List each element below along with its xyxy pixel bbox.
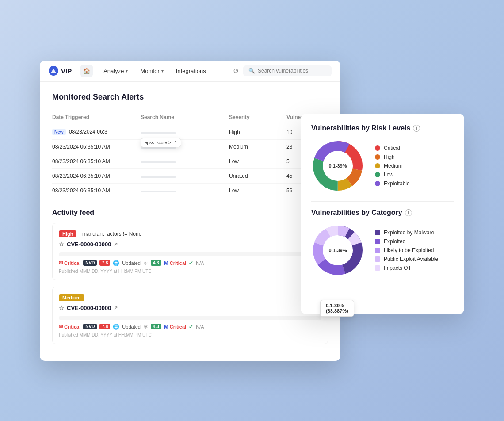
row-date: 08/23/2024 06:35:10 AM [52,173,141,179]
legend-item-high: High [375,154,410,160]
legend-label: Exploitable [384,180,410,187]
divider [311,201,454,202]
nav-home-button[interactable]: 🏠 [80,65,93,77]
legend-dot [375,256,380,262]
external-link-icon[interactable]: ↗ [114,305,118,311]
nav-monitor[interactable]: Monitor ▾ [138,66,165,76]
mitre-tag: ✉Critical [59,324,80,329]
legend-item-exploitable: Exploitable [375,180,410,187]
score-green-tag: 4.3 [151,260,161,266]
legend-item-critical: Critical [375,145,410,151]
legend-item-impacts-ot: Impacts OT [375,265,438,271]
col-severity: Severity [229,112,286,122]
legend-item-exploited-malware: Exploited by Malware [375,230,438,236]
legend-label: Medium [384,163,403,169]
risk-legend: Critical High Medium Low Exploitable [375,145,410,187]
category-chart-section: 0.1-39% Exploited by Malware Exploited L… [311,224,454,277]
severity-cell: Low [229,188,286,194]
activity-card: High mandiant_actors != None ☆ CVE-0000-… [52,223,328,280]
severity-cell: Unrated [229,173,286,179]
legend-label: Public Exploit Available [384,256,438,262]
na-tag: N/A [196,324,204,329]
tags-row: ✉Critical NVD 7.8 🌐 Updated ⚛ 4.3 M Crit… [59,260,321,266]
legend-label: Impacts OT [384,265,411,271]
star-icon[interactable]: ☆ [59,241,64,248]
legend-dot-exploitable [375,181,380,186]
search-chip [141,191,176,192]
col-date: Date Triggered [52,112,141,122]
main-content: Monitored Search Alerts Date Triggered S… [40,82,340,361]
new-badge: New [52,129,66,135]
severity-cell: Low [229,158,286,165]
checkmark-icon: ✔ [189,260,193,266]
risk-panel-title: Vulnerabilities by Risk Levels i [311,124,454,132]
category-legend: Exploited by Malware Exploited Likely to… [375,230,438,271]
brand-name: VIP [61,67,72,75]
app-container: VIP 🏠 Analyze ▾ Monitor ▾ Integrations ↺… [40,61,464,361]
search-name-cell [141,158,229,165]
nvd-tag: NVD [83,324,97,329]
legend-item-public-exploit: Public Exploit Available [375,256,438,262]
meta-bar [59,252,321,256]
cve-id: CVE-0000-00000 [67,305,111,311]
table-row: 08/23/2024 06:35:10 AM Unrated 45 🗑 [52,169,328,184]
table-row: New 08/23/2024 06:3 epss_score >= 1 High… [52,125,328,140]
checkmark-icon: ✔ [189,324,193,330]
search-chip [141,176,176,178]
category-tooltip-popup: 0.1-39% (83.887%) [320,300,354,317]
search-bar[interactable]: 🔍 [243,65,332,76]
cve-row: ☆ CVE-0000-00000 ↗ [59,241,321,248]
brand-icon [49,66,58,76]
chevron-down-icon: ▾ [126,69,128,73]
severity-cell: Medium [229,144,286,150]
updated-tag: Updated [122,324,141,329]
legend-item-low: Low [375,172,410,178]
published-date: Published MMM DD, YYYY at HH:MM PM UTC [59,269,321,274]
severity-badge-medium: Medium [59,294,84,301]
severity-cell: High [229,129,286,135]
cve-id: CVE-0000-00000 [67,241,111,248]
main-window: VIP 🏠 Analyze ▾ Monitor ▾ Integrations ↺… [40,61,340,361]
nav-analyze[interactable]: Analyze ▾ [102,66,130,76]
legend-label: Exploited [384,238,405,245]
info-icon[interactable]: i [413,125,420,132]
nav-integrations[interactable]: Integrations [174,66,208,76]
category-donut-chart: 0.1-39% [311,224,364,277]
alerts-table: Date Triggered Search Name Severity Vuln… [52,110,328,198]
atom-icon: ⚛ [143,260,148,266]
legend-dot [375,239,380,244]
star-icon[interactable]: ☆ [59,305,64,311]
legend-dot-critical [375,145,380,151]
tooltip-subtext: (83.887%) [326,308,348,314]
activity-card: Medium ☆ CVE-0000-00000 ↗ ✉Critical NVD … [52,287,328,344]
history-icon[interactable]: ↺ [233,67,239,75]
atom-icon: ⚛ [143,324,148,330]
legend-item-exploited: Exploited [375,238,438,245]
external-link-icon[interactable]: ↗ [114,241,118,247]
brand: VIP [49,66,72,76]
search-input[interactable] [258,68,326,74]
severity-badge-high: High [59,230,76,237]
na-tag: N/A [196,260,204,266]
legend-label: Likely to be Exploited [384,247,434,253]
mandiant-tag: M Critical [164,324,186,330]
row-date: 08/23/2024 06:35:10 AM [52,188,141,194]
legend-dot [375,230,380,235]
activity-feed-title: Activity feed [52,209,328,217]
search-chip [141,132,176,134]
legend-item-likely-exploited: Likely to be Exploited [375,247,438,253]
globe-icon: 🌐 [113,324,119,330]
info-icon[interactable]: i [405,209,412,216]
table-header: Date Triggered Search Name Severity Vuln… [52,110,328,125]
risk-donut-chart: 0.1-39% [311,139,364,192]
legend-label: Critical [384,145,400,151]
cve-row: ☆ CVE-0000-00000 ↗ [59,305,321,311]
filter-text: mandiant_actors != None [82,231,141,237]
legend-label: Low [384,172,393,178]
tags-row: ✉Critical NVD 7.8 🌐 Updated ⚛ 4.3 M Crit… [59,324,321,330]
category-panel-title: Vulnerabilities by Category i [311,209,454,217]
nav-monitor-label: Monitor [140,68,159,74]
nav-integrations-label: Integrations [176,68,206,74]
category-section: 0.1-39% Exploited by Malware Exploited L… [311,224,454,303]
table-row: 08/23/2024 06:35:10 AM Medium 23 🗑 [52,140,328,154]
